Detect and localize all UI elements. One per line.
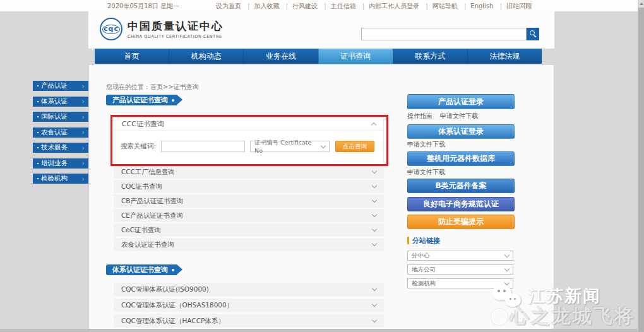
sidebar-item[interactable]: · 技术服务 › [33, 143, 88, 153]
product-section-title: 产品认证证书查询 [106, 95, 177, 105]
subsite-select-value: 检测机构 [412, 280, 436, 288]
accordion-row[interactable]: 农食认证证书查询 [114, 238, 384, 251]
topbar: 2020年05月18日 星期一 设为首页 加入收藏 行风建设 主任信箱 内部工作… [0, 0, 638, 11]
scrollbar-thumb[interactable] [638, 8, 644, 332]
chevron-right-icon: › [82, 82, 85, 90]
bullet-icon: · [37, 113, 39, 121]
accordion-row[interactable]: CQC管理体系认证(ISO9000) [114, 283, 384, 296]
topbar-link[interactable]: 设为首页 [216, 3, 241, 9]
nav-item-label: 机构动态 [191, 51, 222, 62]
topbar-link[interactable]: 行风建设 [282, 3, 318, 9]
sidebar-item-label: 体系认证 [41, 97, 68, 106]
sidebar-item[interactable]: · 培训业务 › [33, 158, 88, 169]
keyword-input[interactable] [161, 141, 245, 152]
scrollbar[interactable] [638, 0, 644, 332]
sidebar-item-label: 国际认证 [41, 112, 68, 121]
topbar-link[interactable]: 网站导航 [421, 3, 457, 9]
subsite-select-value: 分中心 [412, 252, 430, 260]
ccc-panel-header[interactable]: CCC证书查询 [114, 118, 383, 131]
accordion-row-label: CQC管理体系认证（HACCP体系） [121, 317, 225, 326]
accordion-row-label: CCC工厂信息查询 [121, 168, 175, 177]
system-login-button[interactable]: 体系认证登录 [407, 124, 515, 139]
accordion-row-label: CQC证书查询 [121, 182, 162, 191]
download-link[interactable]: 申请文件下载 [440, 112, 478, 119]
ribbon-dot-icon [172, 269, 174, 271]
ccc-query-panel: CCC证书查询 搜索关键词: 证书编号 Certificate No 点击查询 [114, 117, 384, 165]
watermark-username: 心之龙城飞将 [510, 304, 635, 329]
topbar-link[interactable]: English [460, 3, 493, 9]
sidebar-item-label: 检验机构 [41, 174, 68, 183]
download-link[interactable]: 申请文件下载 [407, 168, 445, 175]
sidebar-item[interactable]: · 产品认证 › [33, 81, 88, 91]
chevron-up-icon[interactable] [371, 122, 376, 127]
fraud-alert-button[interactable]: 防止受骗提示 [407, 215, 515, 229]
nav-item[interactable]: 机构动态 [169, 49, 243, 64]
accordion-row[interactable]: CoC证书查询 [114, 223, 384, 237]
sidebar-item[interactable]: · 国际认证 › [33, 112, 88, 122]
query-button[interactable]: 点击查询 [335, 141, 374, 152]
bullet-icon: · [37, 98, 39, 105]
nav-item[interactable]: 联系方式 [393, 49, 467, 64]
scroll-up-arrow[interactable] [638, 0, 644, 8]
bullet-icon: · [37, 144, 39, 151]
search-input[interactable] [361, 28, 527, 40]
accordion-row[interactable]: CE产品认证证书查询 [114, 209, 384, 222]
topbar-link[interactable]: 主任信箱 [319, 3, 355, 9]
chevron-down-icon [372, 241, 377, 246]
accordion-row-label: 农食认证证书查询 [121, 240, 174, 249]
topbar-link[interactable]: 内部工作人员登录 [358, 3, 419, 9]
accordion-row[interactable]: CCC工厂信息查询 [114, 165, 384, 179]
bullet-icon: · [37, 129, 39, 136]
main-nav: 首页 机构动态 业务在线 证书查询 联系方式 法律法规 [95, 49, 542, 65]
ccc-panel-body: 搜索关键词: 证书编号 Certificate No 点击查询 [114, 141, 383, 152]
bullet-icon: · [37, 175, 39, 182]
accordion-row[interactable]: CQC管理体系认证（HACCP体系） [114, 314, 384, 328]
topbar-link[interactable]: 旧站回顾 [496, 3, 532, 9]
subsite-select[interactable]: 分中心 [407, 251, 513, 261]
sidebar-item-label: 农食认证 [41, 128, 68, 137]
sidebar-item[interactable]: · 检验机构 › [33, 174, 88, 184]
cqc-logo-icon: cqc [100, 18, 122, 40]
site-logo[interactable]: cqc 中国质量认证中心 CHINA QUALITY CERTIFICATION… [100, 18, 224, 40]
org-name-en: CHINA QUALITY CERTIFICATION CENTRE [128, 34, 224, 39]
nav-item-label: 证书查询 [340, 51, 371, 62]
topbar-links: 设为首页 加入收藏 行风建设 主任信箱 内部工作人员登录 网站导航 Englis… [216, 2, 532, 11]
bullet-icon: · [37, 160, 39, 167]
accordion-row-label: CB产品认证证书查询 [121, 197, 184, 206]
components-db-button[interactable]: 整机用元器件数据库 [407, 151, 515, 166]
right-panel-links-row: 操作指南 申请文件下载 [407, 112, 515, 119]
certificate-type-value: 证书编号 Certificate No [254, 139, 321, 154]
b-class-filing-button[interactable]: B类元器件备案 [407, 179, 515, 193]
system-section-title-label: 体系认证证书查询 [112, 265, 168, 275]
search-button[interactable] [527, 28, 539, 40]
accordion-row-label: CQC管理体系认证(ISO9000) [121, 285, 209, 294]
sidebar-item-label: 技术服务 [41, 143, 68, 152]
nav-item[interactable]: 证书查询 [318, 49, 393, 64]
logo-text: 中国质量认证中心 CHINA QUALITY CERTIFICATION CEN… [128, 19, 224, 39]
sidebar-item[interactable]: · 体系认证 › [33, 97, 88, 107]
sidebar-item[interactable]: · 农食认证 › [33, 127, 88, 138]
chevron-right-icon: › [82, 113, 85, 121]
chevron-down-icon [372, 169, 377, 174]
chevron-down-icon [372, 212, 377, 217]
chevron-down-icon [372, 198, 377, 203]
accordion-row[interactable]: CQC管理体系认证（OHSAS18000） [114, 299, 384, 312]
bullet-icon: · [37, 82, 39, 90]
accordion-row[interactable]: CB产品认证证书查询 [114, 194, 384, 208]
nav-item[interactable]: 业务在线 [243, 49, 318, 64]
nav-item[interactable]: 法律法规 [467, 49, 542, 64]
certificate-type-select[interactable]: 证书编号 Certificate No [250, 141, 330, 152]
subsite-select[interactable]: 地方公司 [407, 264, 513, 275]
download-link[interactable]: 申请文件下载 [407, 140, 445, 148]
nav-item-label: 联系方式 [415, 51, 445, 62]
system-accordion-list: CQC管理体系认证(ISO9000) CQC管理体系认证（OHSAS18000）… [114, 283, 384, 330]
guide-link[interactable]: 操作指南 [407, 112, 432, 119]
topbar-link[interactable]: 加入收藏 [243, 3, 279, 9]
sidebar-item-label: 培训业务 [41, 159, 68, 168]
right-panel-links-row: 申请文件下载 [407, 168, 515, 175]
nav-item[interactable]: 首页 [95, 49, 169, 64]
product-login-button[interactable]: 产品认证登录 [407, 94, 515, 109]
ecommerce-cert-button[interactable]: 良好电子商务规范认证 [407, 197, 515, 211]
accordion-row[interactable]: CQC证书查询 [114, 180, 384, 193]
chevron-down-icon [504, 252, 510, 257]
